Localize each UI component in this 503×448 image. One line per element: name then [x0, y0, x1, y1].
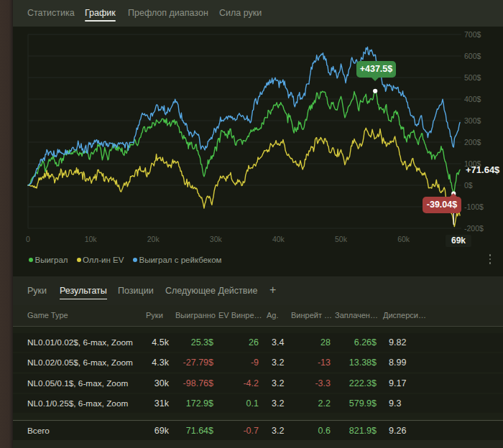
total-row: Всего69k71.64$-0.73.20.6821.9$9.26 [13, 421, 503, 440]
results-table: Game TypeРукиВыигранноEV Винре…Ag.Винрей… [13, 305, 503, 448]
table-cell: 13.38$ [349, 353, 377, 372]
table-cell: 3.2 [272, 353, 284, 372]
table-cell: 2.2 [318, 394, 331, 413]
table-cell: 6.26$ [354, 333, 377, 352]
table-row[interactable]: NL0.02/0.05$, 6-max, Zoom4.3k-27.79$-93.… [13, 353, 503, 372]
header-cell[interactable]: Винрейт … [291, 305, 332, 326]
table-cell: 28 [320, 333, 331, 352]
table-cell: 71.64$ [186, 421, 213, 440]
table-cell: 3.2 [272, 421, 284, 440]
bottom-tab-positions[interactable]: Позиции [118, 276, 154, 305]
table-cell: -98.76$ [183, 374, 213, 393]
table-cell: 69k [154, 421, 169, 440]
table-cell: -4.2 [243, 374, 259, 393]
table-cell: 172.9$ [186, 394, 213, 413]
legend-dot-won [29, 258, 33, 262]
y-tick-label: 400$ [464, 95, 481, 103]
y-tick-label: 300$ [464, 116, 481, 125]
table-cell: 821.9$ [349, 421, 377, 440]
top-tab-hand-strength[interactable]: Сила руки [219, 0, 262, 27]
table-cell: 0.1 [246, 394, 259, 413]
bottom-tab-bar: РукиРезультатыПозицииСледующее Действие+ [13, 276, 503, 305]
header-cell[interactable]: Руки [146, 305, 163, 326]
table-cell: 25.3$ [191, 333, 213, 352]
table-cell: -3.3 [315, 374, 331, 393]
table-cell: 26 [249, 333, 259, 352]
x-tick-label: 10k [85, 235, 97, 243]
table-cell: 3.4 [272, 333, 284, 352]
table-cell: 3.2 [272, 374, 284, 393]
bottom-tab-results[interactable]: Результаты [60, 276, 107, 305]
table-row[interactable]: NL0.05/0.1$, 6-max, Zoom30k-98.76$-4.23.… [13, 374, 503, 393]
header-cell[interactable]: Заплачен… [335, 305, 378, 326]
max-value-badge: +437.5$ [356, 61, 396, 78]
x-tick-label: 60k [397, 235, 410, 243]
table-cell: 9.82 [389, 333, 406, 352]
table-cell: 9.17 [389, 374, 406, 393]
table-cell: -13 [318, 353, 331, 372]
x-end-label: 69k [446, 235, 471, 247]
legend-label-won: Выиграл [35, 256, 68, 264]
current-value-label: +71.64$ [466, 165, 499, 175]
table-cell: -0.7 [243, 421, 259, 440]
table-row[interactable]: NL0.01/0.02$, 6-max, Zoom4.5k25.3$263.42… [13, 333, 503, 352]
table-cell: NL0.02/0.05$, 6-max, Zoom [27, 353, 133, 372]
header-cell[interactable]: Дисперси… [383, 305, 426, 326]
x-tick-label: 0 [26, 235, 30, 243]
bottom-tab-hands[interactable]: Руки [27, 276, 47, 305]
y-tick-label: 200$ [464, 138, 481, 146]
legend-dot-won-with-rakeback [133, 258, 137, 262]
gridlines [28, 34, 461, 228]
legend-dot-allin-ev [77, 258, 81, 262]
top-tab-statistics[interactable]: Статистика [27, 0, 75, 27]
table-cell: 4.5k [152, 333, 169, 352]
x-tick-label: 20k [147, 235, 160, 243]
total-separator [13, 420, 503, 421]
y-tick-label: 500$ [464, 73, 481, 82]
x-tick-label: 30k [210, 235, 222, 243]
table-cell: 9.3 [389, 394, 401, 413]
top-tab-bar: СтатистикаГрафикПрефлоп диапазонСила рук… [13, 0, 503, 27]
top-tab-preflop-range[interactable]: Префлоп диапазон [128, 0, 208, 27]
top-tab-graph[interactable]: График [85, 0, 116, 27]
table-cell: NL0.01/0.02$, 6-max, Zoom [27, 333, 133, 352]
table-cell: 0.6 [318, 421, 331, 440]
table-row[interactable]: NL0.1/0.25$, 6-max, Zoom31k172.9$0.13.22… [13, 394, 503, 413]
max-marker-dot [373, 89, 377, 93]
y-tick-label: 600$ [464, 52, 481, 60]
chart-panel: 700$600$500$400$300$200$100$0$-100$-200$… [13, 27, 503, 276]
table-cell: 579.9$ [349, 394, 377, 413]
header-cell[interactable]: Game Type [27, 305, 68, 326]
table-cell: 8.99 [389, 353, 406, 372]
legend-label-allin-ev: Олл-ин EV [83, 256, 124, 264]
table-cell: 31k [154, 394, 169, 413]
table-cell: 3.2 [272, 394, 284, 413]
min-value-badge: -39.04$ [423, 197, 461, 213]
y-tick-label: 0$ [464, 181, 473, 190]
header-cell[interactable]: Ag. [267, 305, 279, 326]
table-cell: 30k [154, 374, 169, 393]
table-cell: NL0.1/0.25$, 6-max, Zoom [27, 394, 128, 413]
x-tick-label: 40k [272, 235, 285, 243]
bottom-tab-next-action[interactable]: Следующее Действие [165, 276, 257, 305]
table-cell: NL0.05/0.1$, 6-max, Zoom [27, 374, 128, 393]
y-tick-label: 700$ [464, 30, 481, 39]
legend-label-won-with-rakeback: Выиграл с рейкбеком [139, 256, 222, 264]
table-cell: 222.3$ [349, 374, 377, 393]
table-cell: Всего [27, 421, 50, 440]
y-tick-label: -200$ [464, 224, 484, 233]
y-tick-label: -100$ [464, 202, 484, 211]
window-edge-strip [0, 0, 13, 448]
add-tab-button[interactable]: + [269, 276, 276, 305]
table-cell: -27.79$ [183, 353, 213, 372]
table-cell: 4.3k [152, 353, 169, 372]
table-cell: 9.26 [389, 421, 406, 440]
header-cell[interactable]: EV Винре… [218, 305, 262, 326]
table-cell: -9 [251, 353, 259, 372]
x-tick-label: 50k [335, 235, 347, 243]
table-header-row: Game TypeРукиВыигранноEV Винре…Ag.Винрей… [13, 305, 503, 326]
chart-menu-kebab-icon[interactable] [489, 254, 492, 264]
header-cell[interactable]: Выигранно [175, 305, 216, 326]
